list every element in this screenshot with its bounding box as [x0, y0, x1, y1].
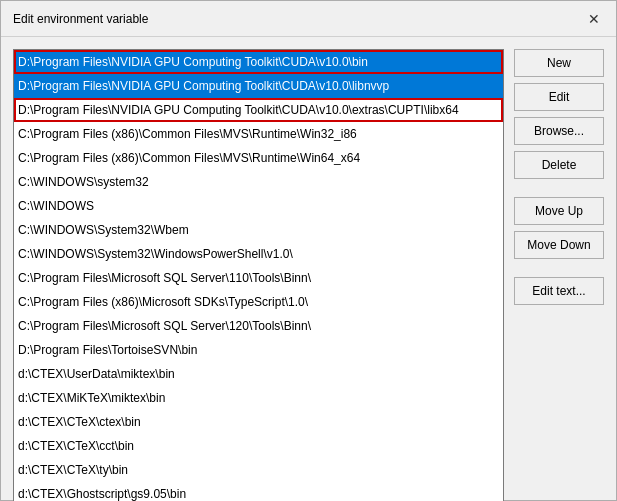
list-item[interactable]: C:\Program Files\Microsoft SQL Server\12…: [14, 314, 503, 338]
list-item[interactable]: C:\WINDOWS\System32\Wbem: [14, 218, 503, 242]
list-item[interactable]: d:\CTEX\UserData\miktex\bin: [14, 362, 503, 386]
edit-button[interactable]: Edit: [514, 83, 604, 111]
close-button[interactable]: ✕: [584, 9, 604, 29]
move-up-button[interactable]: Move Up: [514, 197, 604, 225]
list-item[interactable]: C:\Program Files\Microsoft SQL Server\11…: [14, 266, 503, 290]
path-list-container: D:\Program Files\NVIDIA GPU Computing To…: [13, 49, 504, 501]
list-item[interactable]: D:\Program Files\NVIDIA GPU Computing To…: [14, 98, 503, 122]
new-button[interactable]: New: [514, 49, 604, 77]
dialog-title: Edit environment variable: [13, 12, 148, 26]
list-item[interactable]: D:\Program Files\NVIDIA GPU Computing To…: [14, 50, 503, 74]
list-item[interactable]: C:\Program Files (x86)\Microsoft SDKs\Ty…: [14, 290, 503, 314]
delete-button[interactable]: Delete: [514, 151, 604, 179]
dialog-content: D:\Program Files\NVIDIA GPU Computing To…: [1, 37, 616, 501]
list-item[interactable]: d:\CTEX\CTeX\ctex\bin: [14, 410, 503, 434]
list-item[interactable]: d:\CTEX\CTeX\ty\bin: [14, 458, 503, 482]
list-item[interactable]: d:\CTEX\Ghostscript\gs9.05\bin: [14, 482, 503, 501]
list-item[interactable]: C:\Program Files (x86)\Common Files\MVS\…: [14, 122, 503, 146]
path-list-box[interactable]: D:\Program Files\NVIDIA GPU Computing To…: [14, 50, 503, 501]
list-item[interactable]: D:\Program Files\NVIDIA GPU Computing To…: [14, 74, 503, 98]
list-item[interactable]: C:\WINDOWS\system32: [14, 170, 503, 194]
list-item[interactable]: d:\CTEX\MiKTeX\miktex\bin: [14, 386, 503, 410]
edit-env-dialog: Edit environment variable ✕ D:\Program F…: [0, 0, 617, 501]
list-item[interactable]: C:\WINDOWS: [14, 194, 503, 218]
move-down-button[interactable]: Move Down: [514, 231, 604, 259]
list-item[interactable]: C:\Program Files (x86)\Common Files\MVS\…: [14, 146, 503, 170]
list-item[interactable]: d:\CTEX\CTeX\cct\bin: [14, 434, 503, 458]
list-item[interactable]: D:\Program Files\TortoiseSVN\bin: [14, 338, 503, 362]
title-bar: Edit environment variable ✕: [1, 1, 616, 37]
edit-text-button[interactable]: Edit text...: [514, 277, 604, 305]
browse-button[interactable]: Browse...: [514, 117, 604, 145]
action-buttons-panel: New Edit Browse... Delete Move Up Move D…: [514, 49, 604, 501]
list-item[interactable]: C:\WINDOWS\System32\WindowsPowerShell\v1…: [14, 242, 503, 266]
